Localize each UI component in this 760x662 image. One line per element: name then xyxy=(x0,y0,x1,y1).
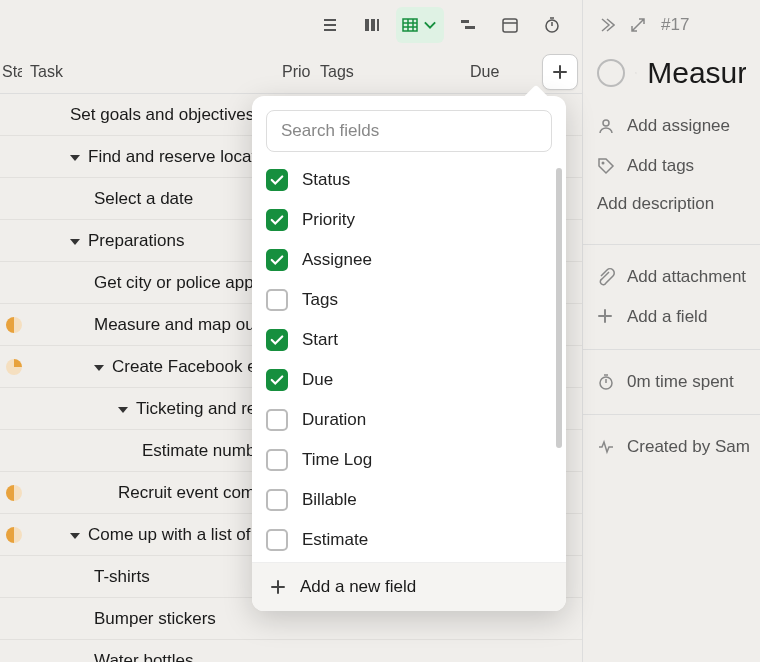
status-cell[interactable] xyxy=(0,317,22,333)
add-new-field-button[interactable]: Add a new field xyxy=(252,562,566,611)
board-view-button[interactable] xyxy=(354,7,390,43)
checkbox[interactable] xyxy=(266,289,288,311)
timeline-view-button[interactable] xyxy=(450,7,486,43)
time-label: 0m time spent xyxy=(627,372,734,392)
app-root: Stat Task Prio Tags Due Set goals and ob… xyxy=(0,0,760,662)
created-row: Created by Sam xyxy=(583,427,760,467)
field-option[interactable]: Duration xyxy=(266,406,552,434)
checkbox[interactable] xyxy=(266,249,288,271)
field-option[interactable]: Status xyxy=(266,166,552,194)
expand-caret-icon[interactable] xyxy=(118,407,128,413)
panel-title-row: Measure and map out the course xyxy=(583,50,760,106)
time-row[interactable]: 0m time spent xyxy=(583,362,760,402)
field-label: Tags xyxy=(302,290,338,310)
expand-caret-icon[interactable] xyxy=(70,533,80,539)
expand-caret-icon[interactable] xyxy=(94,365,104,371)
field-label: Due xyxy=(302,370,333,390)
checkbox[interactable] xyxy=(266,369,288,391)
check-icon xyxy=(270,213,284,227)
user-icon xyxy=(597,117,615,135)
status-indicator xyxy=(6,485,22,501)
sheet-view-button[interactable] xyxy=(396,7,444,43)
expand-icon[interactable] xyxy=(629,16,647,34)
field-label: Time Log xyxy=(302,450,372,470)
timer-view-button[interactable] xyxy=(534,7,570,43)
divider xyxy=(583,349,760,350)
check-icon xyxy=(270,173,284,187)
assignee-row[interactable]: Add assignee xyxy=(583,106,760,146)
field-option[interactable]: Time Log xyxy=(266,446,552,474)
expand-caret-icon[interactable] xyxy=(70,155,80,161)
attachment-label: Add attachment xyxy=(627,267,746,287)
task-text: Water bottles xyxy=(22,651,582,663)
task-row[interactable]: Water bottles xyxy=(0,640,582,662)
plus-icon xyxy=(552,64,568,80)
field-label: Estimate xyxy=(302,530,368,550)
field-label: Start xyxy=(302,330,338,350)
field-label: Billable xyxy=(302,490,357,510)
tags-label: Add tags xyxy=(627,156,694,176)
description-field[interactable]: Add description xyxy=(583,186,760,232)
divider xyxy=(583,414,760,415)
check-icon xyxy=(270,253,284,267)
calendar-view-button[interactable] xyxy=(492,7,528,43)
checkbox[interactable] xyxy=(266,409,288,431)
attachment-row[interactable]: Add attachment xyxy=(583,257,760,297)
field-label: Status xyxy=(302,170,350,190)
view-toolbar xyxy=(0,0,582,50)
scrollbar[interactable] xyxy=(556,168,562,448)
field-option[interactable]: Start xyxy=(266,326,552,354)
task-text: Bumper stickers xyxy=(22,609,582,629)
created-label: Created by Sam xyxy=(627,437,750,457)
col-tags[interactable]: Tags xyxy=(320,63,470,81)
add-field-row[interactable]: Add a field xyxy=(583,297,760,337)
column-headers: Stat Task Prio Tags Due xyxy=(0,50,582,94)
add-new-field-label: Add a new field xyxy=(300,577,416,597)
checkbox[interactable] xyxy=(266,329,288,351)
paperclip-icon xyxy=(597,268,615,286)
field-option[interactable]: Due xyxy=(266,366,552,394)
fields-popover: StatusPriorityAssigneeTagsStartDueDurati… xyxy=(252,96,566,611)
check-icon xyxy=(270,333,284,347)
col-due[interactable]: Due xyxy=(470,63,538,81)
collapse-icon[interactable] xyxy=(597,16,615,34)
field-option[interactable]: Assignee xyxy=(266,246,552,274)
checkbox[interactable] xyxy=(266,209,288,231)
col-task[interactable]: Task xyxy=(22,63,282,81)
add-column-button[interactable] xyxy=(542,54,578,90)
check-icon xyxy=(270,373,284,387)
detail-panel: #17 Measure and map out the course Add a… xyxy=(582,0,760,662)
field-option[interactable]: Billable xyxy=(266,486,552,514)
plus-icon xyxy=(270,579,286,595)
status-cell[interactable] xyxy=(0,527,22,543)
field-option[interactable]: Estimate xyxy=(266,526,552,554)
col-status[interactable]: Stat xyxy=(0,63,22,81)
checkbox[interactable] xyxy=(266,169,288,191)
col-priority[interactable]: Prio xyxy=(282,63,320,81)
assignee-label: Add assignee xyxy=(627,116,730,136)
divider xyxy=(583,244,760,245)
panel-toolbar: #17 xyxy=(583,0,760,50)
tags-row[interactable]: Add tags xyxy=(583,146,760,186)
search-fields-input[interactable] xyxy=(266,110,552,152)
task-id: #17 xyxy=(661,15,689,35)
expand-caret-icon[interactable] xyxy=(70,239,80,245)
col-add xyxy=(538,54,582,90)
checkbox[interactable] xyxy=(266,489,288,511)
field-option[interactable]: Tags xyxy=(266,286,552,314)
field-label: Duration xyxy=(302,410,366,430)
status-cell[interactable] xyxy=(0,485,22,501)
status-indicator xyxy=(6,527,22,543)
checkbox[interactable] xyxy=(266,449,288,471)
field-option[interactable]: Priority xyxy=(266,206,552,234)
panel-title[interactable]: Measure and map out the course xyxy=(647,56,746,90)
status-cell[interactable] xyxy=(0,359,22,375)
status-indicator xyxy=(6,317,22,333)
status-indicator xyxy=(6,359,22,375)
status-circle[interactable] xyxy=(597,59,625,87)
field-label: Priority xyxy=(302,210,355,230)
tag-icon xyxy=(597,157,615,175)
list-view-button[interactable] xyxy=(312,7,348,43)
checkbox[interactable] xyxy=(266,529,288,551)
status-caret-icon[interactable] xyxy=(635,68,637,78)
